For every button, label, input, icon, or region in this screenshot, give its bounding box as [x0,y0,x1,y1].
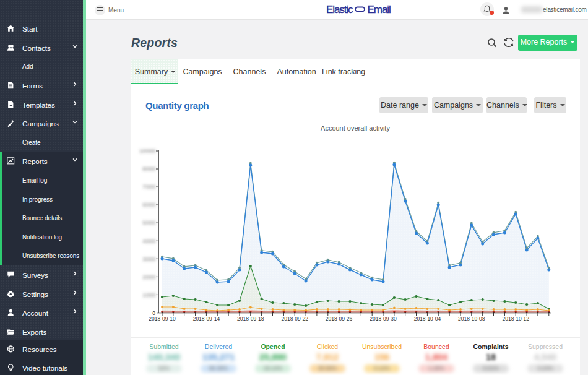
svg-text:2018-10-12: 2018-10-12 [502,316,529,322]
svg-text:1000: 1000 [142,291,155,298]
svg-text:2018-10-04: 2018-10-04 [414,316,441,322]
svg-text:2018-09-22: 2018-09-22 [281,316,308,322]
svg-text:10000: 10000 [139,147,155,154]
svg-text:5000: 5000 [142,219,155,226]
svg-text:0: 0 [152,310,155,316]
svg-text:2018-09-10: 2018-09-10 [149,316,176,322]
svg-text:7000: 7000 [142,183,155,190]
svg-text:2000: 2000 [142,274,155,280]
svg-text:2018-09-26: 2018-09-26 [326,316,353,322]
svg-text:2018-10-08: 2018-10-08 [458,316,485,322]
svg-text:4000: 4000 [142,238,155,244]
svg-text:8000: 8000 [142,165,155,172]
svg-text:2018-09-14: 2018-09-14 [193,316,220,322]
svg-text:2018-09-18: 2018-09-18 [237,316,264,322]
svg-text:3000: 3000 [142,256,155,262]
svg-text:2018-09-30: 2018-09-30 [370,316,397,322]
svg-text:6000: 6000 [142,201,155,208]
